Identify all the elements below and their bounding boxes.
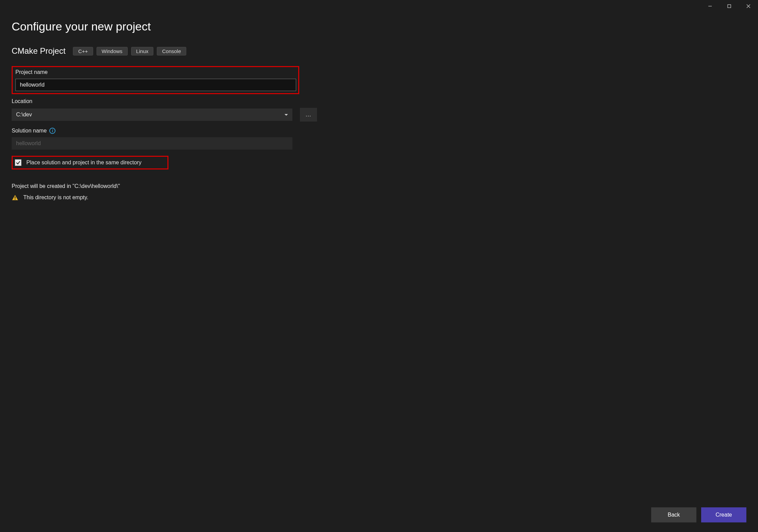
info-icon[interactable]: i <box>49 128 55 134</box>
check-icon <box>16 160 21 165</box>
maximize-button[interactable] <box>720 0 739 12</box>
highlight-same-dir: Place solution and project in the same d… <box>12 156 168 169</box>
template-tags: C++ Windows Linux Console <box>73 47 186 55</box>
same-dir-label: Place solution and project in the same d… <box>26 160 141 166</box>
location-select[interactable]: C:\dev <box>12 109 292 121</box>
template-header: CMake Project C++ Windows Linux Console <box>12 46 746 56</box>
solution-name-label: Solution name i <box>12 128 746 134</box>
minimize-button[interactable] <box>700 0 720 12</box>
location-label: Location <box>12 98 746 104</box>
project-name-label: Project name <box>15 69 295 75</box>
svg-rect-6 <box>15 199 15 200</box>
tag-console: Console <box>157 47 186 55</box>
location-group: Location C:\dev ... <box>12 98 746 122</box>
tag-windows: Windows <box>97 47 128 55</box>
solution-name-input <box>12 137 292 150</box>
browse-button[interactable]: ... <box>300 108 317 122</box>
create-button[interactable]: Create <box>701 507 746 522</box>
close-button[interactable] <box>739 0 758 12</box>
titlebar <box>0 0 758 12</box>
template-name: CMake Project <box>12 46 65 56</box>
svg-rect-5 <box>15 197 15 199</box>
chevron-down-icon <box>285 114 288 116</box>
svg-rect-1 <box>728 5 731 8</box>
same-dir-checkbox[interactable] <box>15 159 22 166</box>
warning-row: This directory is not empty. <box>12 194 746 201</box>
warning-icon <box>12 194 18 201</box>
location-value: C:\dev <box>16 112 32 118</box>
solution-name-label-text: Solution name <box>12 128 47 134</box>
back-button[interactable]: Back <box>651 507 696 522</box>
solution-name-group: Solution name i <box>12 128 746 150</box>
tag-linux: Linux <box>131 47 154 55</box>
page-title: Configure your new project <box>12 20 746 33</box>
content-area: Configure your new project CMake Project… <box>0 12 758 507</box>
project-path-info: Project will be created in "C:\dev\hello… <box>12 183 746 189</box>
warning-text: This directory is not empty. <box>23 194 88 201</box>
project-name-input[interactable] <box>15 79 296 91</box>
highlight-project-name: Project name <box>12 66 299 94</box>
dialog-window: Configure your new project CMake Project… <box>0 0 758 532</box>
footer-buttons: Back Create <box>0 507 758 532</box>
tag-cpp: C++ <box>73 47 93 55</box>
